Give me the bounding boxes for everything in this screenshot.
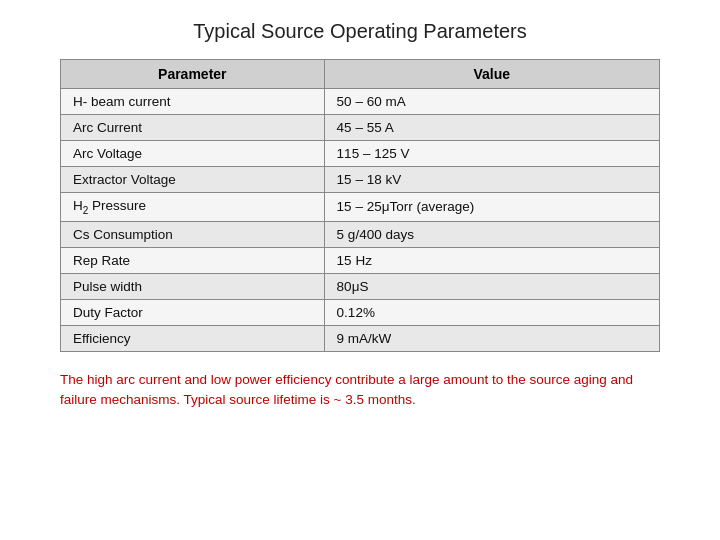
value-cell: 15 – 18 kV xyxy=(324,167,659,193)
value-cell: 115 – 125 V xyxy=(324,141,659,167)
param-cell: Duty Factor xyxy=(61,299,325,325)
param-cell: Pulse width xyxy=(61,273,325,299)
param-cell: Arc Current xyxy=(61,115,325,141)
param-cell: H- beam current xyxy=(61,89,325,115)
value-cell: 45 – 55 A xyxy=(324,115,659,141)
table-row: Cs Consumption5 g/400 days xyxy=(61,221,660,247)
param-cell: H2 Pressure xyxy=(61,193,325,222)
table-row: Extractor Voltage15 – 18 kV xyxy=(61,167,660,193)
col-header-value: Value xyxy=(324,60,659,89)
table-row: Pulse width80μS xyxy=(61,273,660,299)
page-title: Typical Source Operating Parameters xyxy=(193,20,527,43)
parameter-table-wrapper: Parameter Value H- beam current50 – 60 m… xyxy=(60,59,660,352)
parameters-table: Parameter Value H- beam current50 – 60 m… xyxy=(60,59,660,352)
col-header-parameter: Parameter xyxy=(61,60,325,89)
value-cell: 50 – 60 mA xyxy=(324,89,659,115)
param-cell: Extractor Voltage xyxy=(61,167,325,193)
table-row: H2 Pressure15 – 25μTorr (average) xyxy=(61,193,660,222)
value-cell: 15 – 25μTorr (average) xyxy=(324,193,659,222)
value-cell: 9 mA/kW xyxy=(324,325,659,351)
param-cell: Efficiency xyxy=(61,325,325,351)
table-row: Arc Current45 – 55 A xyxy=(61,115,660,141)
value-cell: 80μS xyxy=(324,273,659,299)
table-row: Rep Rate15 Hz xyxy=(61,247,660,273)
table-row: Efficiency9 mA/kW xyxy=(61,325,660,351)
value-cell: 0.12% xyxy=(324,299,659,325)
param-cell: Cs Consumption xyxy=(61,221,325,247)
value-cell: 5 g/400 days xyxy=(324,221,659,247)
table-header-row: Parameter Value xyxy=(61,60,660,89)
table-row: Arc Voltage115 – 125 V xyxy=(61,141,660,167)
table-row: H- beam current50 – 60 mA xyxy=(61,89,660,115)
param-cell: Rep Rate xyxy=(61,247,325,273)
value-cell: 15 Hz xyxy=(324,247,659,273)
footer-text: The high arc current and low power effic… xyxy=(60,370,660,411)
table-row: Duty Factor0.12% xyxy=(61,299,660,325)
param-cell: Arc Voltage xyxy=(61,141,325,167)
